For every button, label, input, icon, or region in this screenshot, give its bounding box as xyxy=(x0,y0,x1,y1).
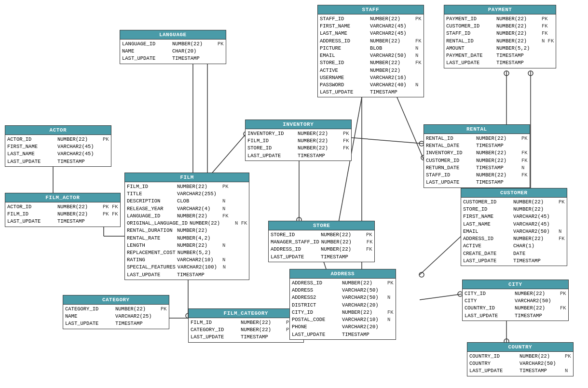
column-name: LAST_UPDATE xyxy=(191,334,239,341)
column-key: FK xyxy=(521,157,528,164)
column-type: BLOB xyxy=(370,45,413,52)
table-row: RATINGVARCHAR2(10)N xyxy=(127,256,247,264)
column-type: VARCHAR2(25) xyxy=(115,313,159,320)
column-name: CITY_ID xyxy=(465,290,513,297)
column-name: PAYMENT_DATE xyxy=(446,52,494,59)
column-name: ADDRESS_ID xyxy=(271,246,319,253)
table-row: ADDRESS_IDNUMBER(22)FK xyxy=(463,235,565,242)
table-row: ORIGINAL_LANGUAGE_IDNUMBER(22)N FK xyxy=(127,220,247,227)
er-diagram: LANGUAGELANGUAGE_IDNUMBER(22)PKNAMECHAR(… xyxy=(0,0,588,388)
column-type: VARCHAR2(50) xyxy=(342,294,385,301)
column-name: TITLE xyxy=(127,190,175,198)
column-name: FILM_ID xyxy=(247,137,296,145)
table-row: LAST_UPDATETIMESTAMP xyxy=(271,254,372,261)
column-type: VARCHAR2(45) xyxy=(513,213,557,220)
column-key: PK xyxy=(343,130,349,137)
column-type: NUMBER(22) xyxy=(177,227,220,234)
column-type: CHAR(1) xyxy=(513,242,557,250)
column-key: FK xyxy=(387,309,394,316)
table-body-store: STORE_IDNUMBER(22)PKMANAGER_STAFF_IDNUMB… xyxy=(269,230,374,262)
table-store: STORESTORE_IDNUMBER(22)PKMANAGER_STAFF_I… xyxy=(268,221,375,262)
svg-point-27 xyxy=(504,71,509,76)
table-row: LAST_UPDATETIMESTAMP xyxy=(65,320,167,327)
column-key: PK xyxy=(521,135,528,142)
column-type: TIMESTAMP xyxy=(513,257,557,265)
table-row: LENGTHNUMBER(22)N xyxy=(127,242,247,249)
column-type: VARCHAR2(50) xyxy=(515,297,558,305)
column-key: N FK xyxy=(235,220,247,227)
column-type: TIMESTAMP xyxy=(172,55,216,62)
table-row: LAST_UPDATETIMESTAMP xyxy=(465,312,566,320)
column-name: LAST_UPDATE xyxy=(7,158,55,165)
column-type: NUMBER(22) xyxy=(172,40,216,48)
column-type: NUMBER(22) xyxy=(515,290,558,297)
column-name: LAST_UPDATE xyxy=(122,55,170,62)
column-name: STAFF_ID xyxy=(320,15,368,23)
svg-line-32 xyxy=(420,236,461,275)
table-row: INVENTORY_IDNUMBER(22)FK xyxy=(426,149,528,157)
table-header-film_actor: FILM_ACTOR xyxy=(5,193,120,202)
column-name: USERNAME xyxy=(320,74,368,81)
table-row: LAST_UPDATETIMESTAMP xyxy=(127,271,247,279)
table-header-actor: ACTOR xyxy=(5,126,111,135)
table-body-payment: PAYMENT_IDNUMBER(22)PKCUSTOMER_IDNUMBER(… xyxy=(444,14,556,68)
column-name: CUSTOMER_ID xyxy=(463,199,511,206)
table-body-city: CITY_IDNUMBER(22)PKCITYVARCHAR2(50)COUNT… xyxy=(463,289,568,321)
column-type: TIMESTAMP xyxy=(520,367,563,375)
column-type: TIMESTAMP xyxy=(177,271,220,279)
table-row: NAMEVARCHAR2(25) xyxy=(65,313,167,320)
table-row: EMAILVARCHAR2(50)N xyxy=(320,52,422,59)
column-key: FK xyxy=(415,38,422,45)
svg-point-33 xyxy=(419,272,424,277)
column-name: CITY_ID xyxy=(292,309,340,316)
column-type: VARCHAR2(10) xyxy=(342,316,385,323)
column-name: LANGUAGE_ID xyxy=(122,40,170,48)
column-key: FK xyxy=(343,137,349,145)
column-type: VARCHAR2(45) xyxy=(57,143,101,150)
column-key: N xyxy=(521,164,524,172)
column-type: NUMBER(22) xyxy=(321,239,365,246)
table-row: CUSTOMER_IDNUMBER(22)PK xyxy=(463,199,565,206)
column-name: ACTOR_ID xyxy=(7,136,55,143)
column-name: STORE_ID xyxy=(320,59,368,67)
table-header-film_category: FILM_CATEGORY xyxy=(189,309,303,318)
column-name: ORIGINAL_LANGUAGE_ID xyxy=(127,220,188,227)
column-key: N xyxy=(415,45,418,52)
table-row: PAYMENT_IDNUMBER(22)PK xyxy=(446,15,554,23)
table-row: INVENTORY_IDNUMBER(22)PK xyxy=(247,130,349,137)
column-type: TIMESTAMP xyxy=(496,59,540,67)
column-name: DESCRIPTION xyxy=(127,198,175,205)
svg-line-39 xyxy=(420,294,462,300)
column-name: ACTOR_ID xyxy=(7,203,55,211)
table-body-inventory: INVENTORY_IDNUMBER(22)PKFILM_IDNUMBER(22… xyxy=(246,129,351,161)
table-row: CUSTOMER_IDNUMBER(22)FK xyxy=(446,23,554,30)
column-type: NUMBER(22) xyxy=(177,183,220,190)
table-row: RENTAL_DATETIMESTAMP xyxy=(426,142,528,149)
table-row: LAST_UPDATETIMESTAMP xyxy=(7,158,109,165)
table-header-store: STORE xyxy=(269,221,374,230)
column-name: COUNTRY_ID xyxy=(469,353,518,360)
table-header-country: COUNTRY xyxy=(467,343,573,352)
column-key: PK FK xyxy=(103,203,118,211)
column-type: VARCHAR2(4) xyxy=(177,205,220,213)
column-name: ADDRESS_ID xyxy=(463,235,511,242)
column-name: NAME xyxy=(122,48,170,55)
column-type: TIMESTAMP xyxy=(476,142,520,149)
column-type: TIMESTAMP xyxy=(57,218,101,225)
column-type: VARCHAR2(50) xyxy=(513,228,557,235)
table-category: CATEGORYCATEGORY_IDNUMBER(22)PKNAMEVARCH… xyxy=(63,295,169,329)
column-key: PK xyxy=(565,353,571,360)
table-header-film: FILM xyxy=(125,173,249,182)
table-row: STAFF_IDNUMBER(22)PK xyxy=(320,15,422,23)
table-body-address: ADDRESS_IDNUMBER(22)PKADDRESSVARCHAR2(50… xyxy=(290,279,396,339)
column-name: STORE_ID xyxy=(247,145,296,152)
svg-point-31 xyxy=(528,71,533,76)
table-row: FIRST_NAMEVARCHAR2(45) xyxy=(320,23,422,30)
column-name: DISTRICT xyxy=(292,302,340,309)
column-name: ACTIVE xyxy=(320,67,368,74)
column-type: NUMBER(22) xyxy=(496,15,540,23)
table-row: LAST_NAMEVARCHAR2(45) xyxy=(320,30,422,37)
column-type: CHAR(20) xyxy=(172,48,216,55)
table-row: AMOUNTNUMBER(5,2) xyxy=(446,45,554,52)
table-row: ADDRESS_IDNUMBER(22)FK xyxy=(271,246,372,253)
